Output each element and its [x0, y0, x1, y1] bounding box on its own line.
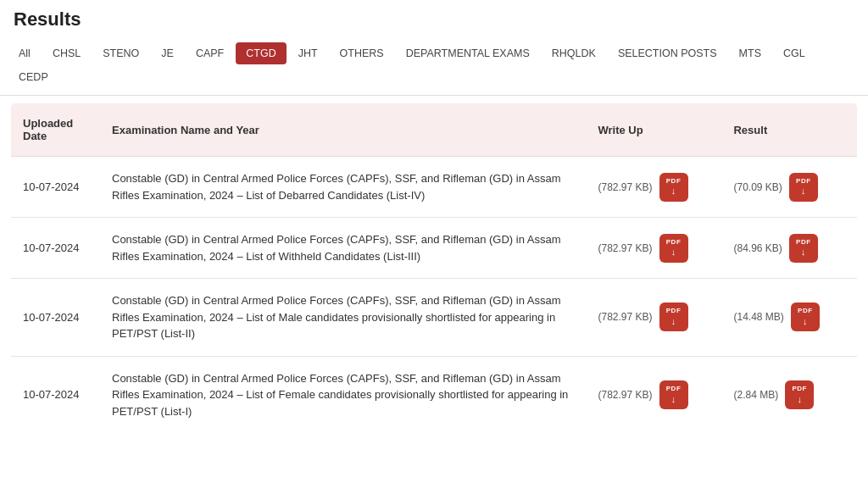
table-row: 10-07-2024 Constable (GD) in Central Arm… — [11, 279, 858, 357]
result-pdf-btn-2[interactable]: PDF ↓ — [791, 303, 820, 331]
tab-departmental[interactable]: DEPARTMENTAL EXAMS — [396, 42, 540, 64]
writeup-pdf-btn-2[interactable]: PDF ↓ — [659, 303, 688, 331]
table-row: 10-07-2024 Constable (GD) in Central Arm… — [11, 356, 858, 434]
writeup-size-1: (782.97 KB) — [598, 242, 652, 254]
row-exam-0: Constable (GD) in Central Armed Police F… — [100, 157, 586, 218]
row-date-3: 10-07-2024 — [11, 356, 101, 434]
row-date-1: 10-07-2024 — [11, 218, 101, 279]
result-size-2: (14.48 MB) — [733, 311, 783, 323]
tab-cgl[interactable]: CGL — [773, 42, 815, 64]
col-header-date: Uploaded Date — [11, 103, 101, 157]
writeup-size-3: (782.97 KB) — [598, 389, 652, 401]
tab-bar: AllCHSLSTENOJECAPFCTGDJHTOTHERSDEPARTMEN… — [0, 36, 868, 96]
results-table: Uploaded Date Examination Name and Year … — [10, 103, 858, 434]
row-result-0: (70.09 KB) PDF ↓ — [721, 157, 857, 218]
tab-je[interactable]: JE — [151, 42, 184, 64]
result-pdf-btn-1[interactable]: PDF ↓ — [789, 234, 818, 263]
page-title: Results — [0, 0, 868, 36]
row-writeup-1: (782.97 KB) PDF ↓ — [586, 218, 721, 279]
tab-selection[interactable]: SELECTION POSTS — [608, 42, 727, 64]
tab-all[interactable]: All — [8, 42, 41, 64]
tab-jht[interactable]: JHT — [288, 42, 328, 64]
result-size-3: (2.84 MB) — [733, 389, 778, 401]
tab-cedp[interactable]: CEDP — [8, 66, 58, 88]
col-header-result: Result — [721, 103, 857, 157]
table-row: 10-07-2024 Constable (GD) in Central Arm… — [11, 157, 858, 218]
row-result-1: (84.96 KB) PDF ↓ — [721, 218, 857, 279]
row-writeup-0: (782.97 KB) PDF ↓ — [586, 157, 721, 218]
writeup-pdf-btn-0[interactable]: PDF ↓ — [659, 173, 688, 202]
tab-capf[interactable]: CAPF — [186, 42, 234, 64]
row-exam-3: Constable (GD) in Central Armed Police F… — [100, 356, 586, 434]
result-pdf-btn-3[interactable]: PDF ↓ — [785, 380, 814, 409]
result-size-1: (84.96 KB) — [733, 242, 782, 254]
col-header-exam: Examination Name and Year — [100, 103, 586, 157]
tab-mts[interactable]: MTS — [729, 42, 771, 64]
row-exam-2: Constable (GD) in Central Armed Police F… — [100, 279, 586, 357]
writeup-pdf-btn-3[interactable]: PDF ↓ — [659, 380, 688, 409]
result-size-0: (70.09 KB) — [733, 181, 782, 193]
row-date-2: 10-07-2024 — [11, 279, 101, 357]
writeup-size-2: (782.97 KB) — [598, 311, 652, 323]
row-date-0: 10-07-2024 — [11, 157, 101, 218]
tab-others[interactable]: OTHERS — [330, 42, 394, 64]
table-row: 10-07-2024 Constable (GD) in Central Arm… — [11, 218, 858, 279]
col-header-writeup: Write Up — [586, 103, 721, 157]
results-table-container: Uploaded Date Examination Name and Year … — [0, 96, 868, 441]
tab-rhqldk[interactable]: RHQLDK — [542, 42, 606, 64]
tab-chsl[interactable]: CHSL — [42, 42, 91, 64]
row-exam-1: Constable (GD) in Central Armed Police F… — [100, 218, 586, 279]
result-pdf-btn-0[interactable]: PDF ↓ — [789, 173, 818, 202]
row-writeup-3: (782.97 KB) PDF ↓ — [586, 356, 721, 434]
row-writeup-2: (782.97 KB) PDF ↓ — [586, 279, 721, 357]
row-result-2: (14.48 MB) PDF ↓ — [721, 279, 857, 357]
tab-steno[interactable]: STENO — [92, 42, 149, 64]
writeup-pdf-btn-1[interactable]: PDF ↓ — [659, 234, 688, 263]
row-result-3: (2.84 MB) PDF ↓ — [721, 356, 857, 434]
tab-ctgd[interactable]: CTGD — [236, 42, 286, 64]
writeup-size-0: (782.97 KB) — [598, 181, 652, 193]
